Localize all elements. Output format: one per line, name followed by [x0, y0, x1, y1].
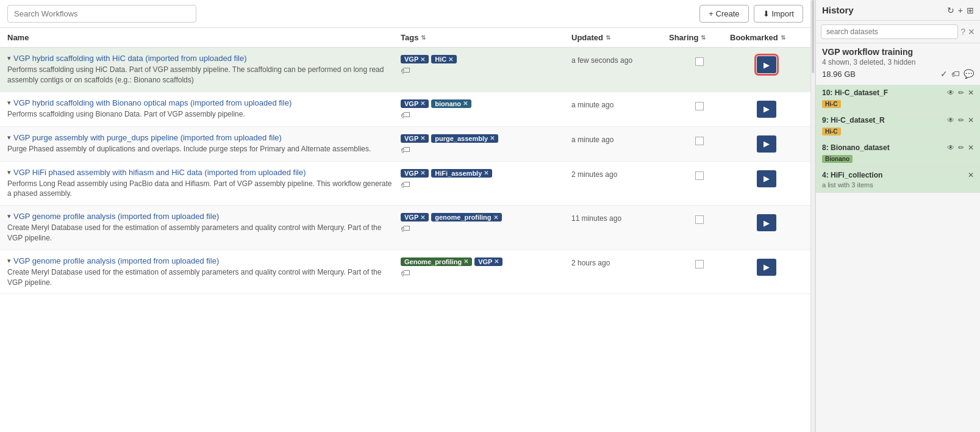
tag-remove-icon[interactable]: ✕ [463, 100, 468, 107]
add-tag-icon[interactable]: 🏷 [401, 110, 410, 120]
history-collection-item: 4: HiFi_collection ✕ a list with 3 items [816, 167, 980, 193]
view-icon[interactable]: 👁 [947, 143, 954, 152]
scrollbar-thumb[interactable] [812, 0, 814, 73]
chevron-icon: ▾ [7, 99, 11, 107]
run-workflow-button[interactable]: ▶ [757, 259, 776, 276]
tag-remove-icon[interactable]: ✕ [420, 100, 425, 107]
delete-icon[interactable]: ✕ [968, 116, 974, 124]
edit-icon[interactable]: ✏ [958, 143, 964, 152]
workflow-tag[interactable]: HiC ✕ [431, 55, 457, 63]
history-item: 10: Hi-C_dataset_F 👁 ✏ ✕ Hi-C [816, 85, 980, 112]
help-icon[interactable]: ? [960, 27, 965, 37]
add-tag-icon[interactable]: 🏷 [401, 268, 410, 278]
edit-icon[interactable]: ✏ [958, 88, 964, 97]
refresh-icon[interactable]: ↻ [947, 5, 954, 15]
item-tag-label[interactable]: Hi-C [822, 128, 841, 135]
run-workflow-button[interactable]: ▶ [757, 101, 776, 118]
tag-remove-icon[interactable]: ✕ [448, 56, 453, 63]
tag-remove-icon[interactable]: ✕ [484, 170, 488, 176]
tag-remove-icon[interactable]: ✕ [494, 258, 499, 265]
run-workflow-button[interactable]: ▶ [757, 56, 776, 73]
workflow-title[interactable]: ▾ VGP genome profile analysis (imported … [7, 256, 395, 265]
history-item: 8: Bionano_dataset 👁 ✏ ✕ Bionano [816, 140, 980, 167]
workflow-title[interactable]: ▾ VGP hybrid scaffolding with Bionano op… [7, 98, 395, 107]
tag-remove-icon[interactable]: ✕ [490, 135, 495, 142]
tags-col: VGP ✕HiC ✕🏷 [401, 54, 571, 76]
collection-delete-icon[interactable]: ✕ [968, 171, 974, 179]
workflow-tag[interactable]: genome_profiling ✕ [431, 213, 501, 221]
tag-remove-icon[interactable]: ✕ [493, 214, 498, 221]
workflow-title[interactable]: ▾ VGP HiFi phased assembly with hifiasm … [7, 168, 395, 177]
add-tag-icon[interactable]: 🏷 [401, 224, 410, 234]
table-header: Name Tags ⇅ Updated ⇅ Sharing ⇅ Bookmark… [0, 28, 810, 48]
history-item-tag: Hi-C [822, 99, 974, 108]
tag-icon[interactable]: 🏷 [951, 69, 960, 79]
check-icon[interactable]: ✓ [940, 69, 948, 79]
tag-remove-icon[interactable]: ✕ [420, 170, 425, 176]
edit-icon[interactable]: ✏ [958, 116, 964, 124]
sharing-checkbox[interactable] [695, 171, 704, 180]
history-item-tag: Hi-C [822, 126, 974, 135]
history-search-icons: ? ✕ [960, 27, 975, 37]
workflow-title[interactable]: ▾ VGP hybrid scaffolding with HiC data (… [7, 54, 395, 63]
history-item-header: 10: Hi-C_dataset_F 👁 ✏ ✕ [822, 88, 974, 97]
view-icon[interactable]: 👁 [947, 88, 954, 97]
collection-sub: a list with 3 items [822, 181, 974, 189]
add-icon[interactable]: + [958, 5, 963, 15]
run-workflow-button[interactable]: ▶ [757, 214, 776, 231]
workflow-tag[interactable]: HiFi_assembly ✕ [431, 169, 492, 178]
workflow-tag[interactable]: purge_assembly ✕ [431, 134, 498, 143]
add-tag-icon[interactable]: 🏷 [401, 66, 410, 76]
workflow-title[interactable]: ▾ VGP purge assembly with purge_dups pip… [7, 133, 395, 142]
workflow-tag[interactable]: VGP ✕ [401, 213, 429, 221]
workflow-description: Purge Phased assembly of duplications an… [7, 144, 395, 154]
item-tag-label[interactable]: Bionano [822, 155, 853, 163]
sort-icon-sharing[interactable]: ⇅ [701, 34, 706, 41]
delete-icon[interactable]: ✕ [968, 143, 974, 152]
sharing-checkbox[interactable] [695, 260, 704, 268]
workflow-tag[interactable]: VGP ✕ [474, 257, 503, 266]
workflow-name-col: ▾ VGP hybrid scaffolding with Bionano op… [7, 98, 401, 120]
tag-remove-icon[interactable]: ✕ [420, 214, 425, 221]
workflow-row: ▾ VGP hybrid scaffolding with HiC data (… [0, 48, 810, 92]
workflow-tag[interactable]: bionano ✕ [431, 99, 471, 108]
bookmark-col: ▶ [730, 212, 803, 231]
run-workflow-button[interactable]: ▶ [757, 170, 776, 187]
workflow-tag[interactable]: VGP ✕ [401, 99, 429, 108]
tag-remove-icon[interactable]: ✕ [420, 56, 425, 63]
clear-search-icon[interactable]: ✕ [968, 27, 975, 37]
workflow-tag[interactable]: VGP ✕ [401, 55, 429, 63]
workflow-title[interactable]: ▾ VGP genome profile analysis (imported … [7, 212, 395, 221]
add-tag-icon[interactable]: 🏷 [401, 180, 410, 190]
delete-icon[interactable]: ✕ [968, 88, 974, 97]
view-icon[interactable]: 👁 [947, 116, 954, 124]
run-workflow-button[interactable]: ▶ [757, 135, 776, 153]
columns-icon[interactable]: ⊞ [967, 5, 974, 15]
sharing-checkbox[interactable] [695, 215, 704, 224]
tag-remove-icon[interactable]: ✕ [420, 135, 425, 142]
sharing-checkbox[interactable] [695, 57, 704, 66]
add-tag-icon[interactable]: 🏷 [401, 145, 410, 155]
history-header-icons: ↻ + ⊞ [947, 5, 974, 15]
tags-col: Genome_profiling ✕VGP ✕🏷 [401, 256, 571, 278]
sort-icon-tags[interactable]: ⇅ [421, 34, 426, 41]
col-bookmarked-label: Bookmarked [730, 33, 778, 42]
workflow-tag[interactable]: Genome_profiling ✕ [401, 257, 472, 266]
import-button[interactable]: ⬇ Import [754, 5, 803, 23]
bookmark-col: ▶ [730, 98, 803, 118]
search-input[interactable] [7, 5, 196, 23]
sort-icon-updated[interactable]: ⇅ [606, 34, 610, 41]
sharing-checkbox[interactable] [695, 102, 704, 110]
sharing-checkbox[interactable] [695, 137, 704, 145]
create-button[interactable]: + Create [699, 5, 748, 23]
history-item-icons: 👁 ✏ ✕ [947, 88, 974, 97]
toolbar: + Create ⬇ Import [0, 0, 810, 28]
sort-icon-bookmarked[interactable]: ⇅ [781, 34, 785, 41]
comment-icon[interactable]: 💬 [964, 69, 974, 79]
workflow-tag[interactable]: VGP ✕ [401, 169, 429, 178]
history-search-input[interactable] [821, 24, 958, 39]
item-tag-label[interactable]: Hi-C [822, 100, 841, 108]
updated-col: a few seconds ago [571, 54, 669, 65]
tag-remove-icon[interactable]: ✕ [463, 258, 468, 265]
workflow-tag[interactable]: VGP ✕ [401, 134, 429, 143]
